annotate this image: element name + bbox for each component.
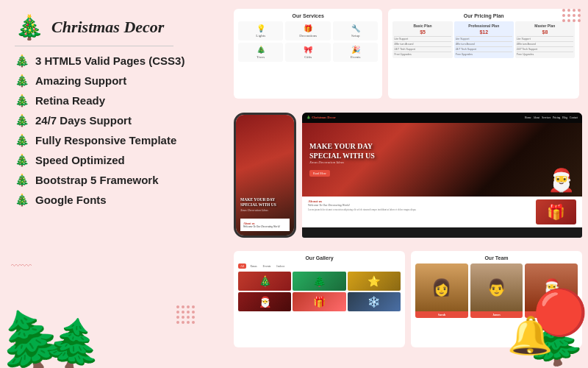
desktop-mockup: 🎄 Christmas Decor Home About Services Pr… (302, 113, 582, 238)
feature-label: Amazing Support (35, 74, 126, 87)
nav-link-home: Home (525, 116, 531, 119)
dots-decoration (176, 305, 195, 324)
desktop-hero-btn: Read More (309, 170, 330, 177)
features-list: 🎄3 HTML5 Valid Pages (CSS3)🎄Amazing Supp… (15, 54, 213, 207)
desktop-nav-links: Home About Services Pricing Blog Contact (525, 116, 578, 119)
phone-screen: MAKE YOUR DAY SPECIAL WITH US Xmas Decor… (236, 115, 294, 236)
gallery-title: Our Gallery (238, 255, 401, 261)
feature-html5: 🎄3 HTML5 Valid Pages (CSS3) (15, 54, 213, 68)
phone-about-sub: Welcome To Our Decorating World (243, 225, 287, 228)
feature-support: 🎄Amazing Support (15, 74, 213, 88)
phone-about-section: About us Welcome To Our Decorating World (240, 219, 290, 231)
gallery-item-2: 🌲 (293, 272, 345, 291)
bell-icon: 🔔 (507, 314, 553, 357)
desktop-about-image: 🎁 (536, 199, 576, 224)
nav-link-contact: Contact (570, 116, 578, 119)
ornament-icon: 🎄 (15, 133, 29, 147)
team-member-1: 👩 Sarah (415, 263, 468, 318)
team-photo-1: 👩 (415, 263, 468, 311)
service-trees: 🎄Trees (238, 43, 283, 62)
gallery-filter-indoor[interactable]: Indoor (274, 263, 287, 269)
desktop-nav-logo: 🎄 Christmas Decor (306, 116, 336, 119)
pricing-preview: Our Pricing Plan Basic Plan$5Lite Suppor… (388, 9, 579, 99)
desktop-about-text: About us Welcome To Our Decorating World… (308, 199, 530, 224)
feature-label: 3 HTML5 Valid Pages (CSS3) (35, 54, 184, 67)
brand-tree-icon: 🎄 (15, 13, 44, 41)
feature-label: Speed Optimized (35, 154, 125, 166)
santa-icon: 🎅 (548, 167, 575, 193)
feature-support247: 🎄24/7 Days Support (15, 113, 213, 127)
dots-top-right (562, 9, 581, 22)
desktop-hero: MAKE YOUR DAY SPECIAL WITH US Xmas Decor… (302, 123, 582, 197)
wave-decoration-2: 〰〰 (11, 338, 32, 350)
ornament-icon: 🎄 (15, 113, 29, 127)
services-title: Our Services (238, 13, 378, 18)
feature-label: Bootstrap 5 Framework (35, 174, 159, 186)
brand-title: Christmas Decor (51, 18, 164, 37)
phone-mockup: MAKE YOUR DAY SPECIAL WITH US Xmas Decor… (234, 113, 296, 238)
desktop-about-subtitle: Welcome To Our Decorating World (308, 203, 530, 207)
pricing-plan-basic-plan: Basic Plan$5Lite Support48hr turn Around… (392, 21, 452, 58)
team-name-1: Sarah (417, 313, 467, 316)
team-photo-2: 👨 (470, 263, 523, 311)
ornament-icon: 🎄 (15, 193, 29, 207)
pricing-plan-master-plan: Master Plan$8Lite Support48hr turn Aroun… (515, 21, 575, 58)
gallery-grid: 🎄 🌲 ⭐ 🎅 🎁 ❄️ (238, 272, 401, 311)
nav-link-blog: Blog (562, 116, 567, 119)
service-setup: 🔧Setup (333, 21, 378, 40)
feature-label: Retina Ready (35, 94, 105, 107)
desktop-hero-sub: Xmas Decoration Ideas (309, 160, 440, 164)
ornament-icon: 🎄 (15, 173, 29, 187)
feature-retina: 🎄Retina Ready (15, 93, 213, 107)
ornament-icon: 🎄 (15, 54, 29, 68)
feature-speed: 🎄Speed Optimized (15, 153, 213, 167)
middle-preview: MAKE YOUR DAY SPECIAL WITH US Xmas Decor… (228, 103, 588, 247)
team-member-2: 👨 James (470, 263, 523, 318)
desktop-about: About us Welcome To Our Decorating World… (302, 197, 582, 227)
services-preview: Our Services 💡Lights🎁Decorations🔧Setup🎄T… (234, 9, 382, 99)
gallery-item-3: ⭐ (348, 272, 401, 291)
service-decorations: 🎁Decorations (285, 21, 330, 40)
ornament-icon: 🎄 (15, 153, 29, 167)
gallery-item-1: 🎄 (238, 272, 291, 291)
ornament-icon: 🎄 (15, 93, 29, 107)
feature-label: Google Fonts (35, 194, 107, 206)
brand-header: 🎄 Christmas Decor (15, 13, 213, 41)
brand-divider (15, 46, 173, 46)
top-previews: Our Services 💡Lights🎁Decorations🔧Setup🎄T… (228, 0, 588, 103)
phone-hero-text: MAKE YOUR DAY SPECIAL WITH US (240, 197, 290, 208)
wave-decoration-1: 〰〰 (11, 261, 32, 272)
gallery-filter-all[interactable]: All (238, 263, 246, 269)
desktop-nav: 🎄 Christmas Decor Home About Services Pr… (302, 113, 582, 123)
pricing-cols: Basic Plan$5Lite Support48hr turn Around… (392, 21, 575, 58)
gallery-preview: Our Gallery AllXmasEventsIndoor 🎄 🌲 ⭐ 🎅 … (234, 251, 405, 347)
feature-fonts: 🎄Google Fonts (15, 193, 213, 207)
desktop-hero-title: MAKE YOUR DAY SPECIAL WITH US (309, 141, 387, 160)
pricing-title: Our Pricing Plan (392, 13, 575, 18)
team-name-bar-1: Sarah (415, 311, 468, 318)
pine-left-2-decoration: 🌲 (40, 311, 108, 368)
gallery-filter-xmas[interactable]: Xmas (248, 263, 259, 269)
ornament-icon: 🎄 (15, 74, 29, 88)
feature-label: 24/7 Days Support (35, 114, 132, 127)
desktop-about-body: Lorem ipsum dolor sit amet consectetur a… (308, 208, 530, 212)
pricing-plan-professional-plan: Professional Plan$12Lite Support48hr tur… (454, 21, 514, 58)
service-lights: 💡Lights (238, 21, 283, 40)
feature-responsive: 🎄Fully Responsive Template (15, 133, 213, 147)
feature-bootstrap: 🎄Bootstrap 5 Framework (15, 173, 213, 187)
gallery-filter-events[interactable]: Events (260, 263, 273, 269)
team-title: Our Team (415, 255, 578, 261)
left-panel: 🎄 Christmas Decor 🎄3 HTML5 Valid Pages (… (0, 0, 228, 368)
service-gifts: 🎀Gifts (285, 43, 330, 62)
nav-link-pricing: Pricing (553, 116, 560, 119)
feature-label: Fully Responsive Template (35, 134, 176, 146)
nav-link-about: About (534, 116, 540, 119)
gallery-filter: AllXmasEventsIndoor (238, 263, 401, 269)
phone-hero-sub: Xmas Decoration Ideas (240, 208, 290, 212)
gallery-item-4: 🎅 (238, 292, 291, 311)
gallery-item-5: 🎁 (293, 292, 345, 311)
service-events: 🎉Events (333, 43, 378, 62)
gallery-item-6: ❄️ (348, 292, 401, 311)
nav-link-services: Services (542, 116, 551, 119)
services-grid: 💡Lights🎁Decorations🔧Setup🎄Trees🎀Gifts🎉Ev… (238, 21, 378, 62)
